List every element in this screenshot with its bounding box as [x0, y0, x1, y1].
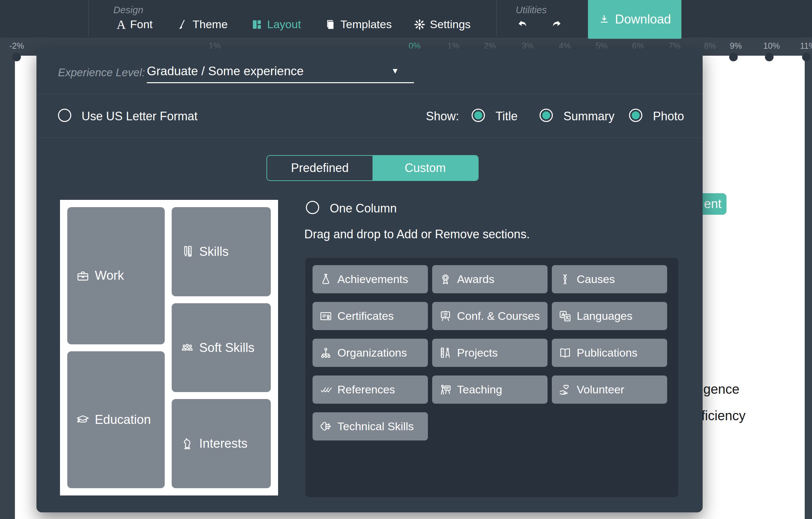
sections-panel: Achievements Awards Causes Certificates … [305, 258, 678, 497]
design-group-label: Design [113, 5, 143, 16]
section-button-label: Languages [577, 310, 632, 322]
drag-drop-hint: Drag and drop to Add or Remove sections. [304, 227, 530, 241]
section-button-languages[interactable]: Languages [552, 302, 667, 330]
redo-button[interactable] [549, 19, 563, 32]
ruler-label-dim: 8% [704, 41, 716, 51]
brush-icon [176, 19, 188, 30]
section-button-label: Projects [457, 346, 498, 359]
preview-left-column: Work Education [67, 207, 165, 488]
show-summary-radio[interactable] [540, 109, 553, 122]
layout-preview-panel: Work Education Skills Soft Skills [60, 200, 278, 495]
preview-tile-skills[interactable]: Skills [172, 207, 271, 296]
section-button-causes[interactable]: Causes [552, 265, 667, 293]
section-button-label: Conf. & Courses [457, 310, 540, 322]
preview-tile-label: Education [95, 413, 151, 427]
section-button-label: Publications [577, 346, 637, 359]
nav-item-settings[interactable]: Settings [414, 18, 471, 31]
layout-icon [251, 19, 263, 30]
section-button-projects[interactable]: Projects [432, 339, 548, 367]
nav-item-templates[interactable]: Templates [324, 18, 392, 31]
layout-mode-tabs: Predefined Custom [266, 155, 478, 181]
show-title-label[interactable]: Title [495, 109, 518, 123]
section-button-certificates[interactable]: Certificates [313, 302, 428, 330]
section-button-label: Awards [457, 273, 494, 286]
ruler-label-right: 11% [800, 41, 812, 51]
section-button-label: Causes [577, 273, 615, 286]
show-summary-label[interactable]: Summary [563, 109, 614, 123]
section-button-label: Teaching [457, 383, 502, 396]
section-button-awards[interactable]: Awards [432, 265, 548, 293]
tab-custom[interactable]: Custom [373, 156, 478, 180]
background-accent-button-fragment[interactable]: ent [703, 193, 726, 215]
ruler-label-right: 9% [730, 41, 742, 51]
background-accent-button-label: ent [704, 197, 722, 211]
workspace-right-gutter [805, 36, 812, 519]
section-button-organizations[interactable]: Organizations [313, 339, 428, 367]
nav-divider [496, 0, 497, 36]
section-button-teaching[interactable]: Teaching [432, 375, 548, 404]
nav-item-theme[interactable]: Theme [176, 18, 228, 31]
download-label: Download [615, 12, 671, 27]
briefcase-icon [76, 269, 90, 283]
nav-item-layout[interactable]: Layout [251, 18, 301, 31]
section-button-label: References [338, 383, 395, 396]
nav-item-font[interactable]: A Font [117, 18, 153, 31]
show-photo-radio[interactable] [629, 109, 642, 122]
preview-tile-label: Skills [199, 244, 229, 259]
experience-level-label: Experience Level: [58, 66, 145, 79]
undo-icon [516, 19, 530, 32]
ruler-handle[interactable] [12, 53, 21, 61]
ruler-handle[interactable] [765, 53, 774, 61]
section-button-conf-courses[interactable]: Conf. & Courses [432, 302, 548, 330]
awareness-ribbon-icon [558, 273, 572, 286]
download-button[interactable]: Download [588, 0, 682, 39]
preview-tile-work[interactable]: Work [67, 207, 165, 344]
people-icon [180, 341, 194, 355]
ruler-handle[interactable] [729, 53, 738, 61]
graduation-cap-icon [76, 413, 90, 427]
tab-predefined[interactable]: Predefined [267, 156, 373, 180]
us-letter-radio[interactable] [58, 109, 71, 122]
one-column-label[interactable]: One Column [330, 202, 397, 215]
nav-item-label: Font [130, 18, 152, 31]
show-title-radio[interactable] [472, 109, 485, 122]
section-button-label: Organizations [338, 346, 407, 359]
ruler-compass-icon [439, 346, 452, 359]
us-letter-label[interactable]: Use US Letter Format [82, 109, 198, 123]
preview-tile-label: Interests [199, 436, 248, 451]
certificate-icon [319, 310, 332, 323]
redo-icon [549, 19, 563, 32]
top-navbar: Design A Font Theme Layout Templates Set… [0, 0, 812, 36]
experience-level-value: Graduate / Some experience [147, 64, 303, 78]
show-photo-label[interactable]: Photo [653, 109, 684, 123]
undo-button[interactable] [516, 19, 530, 32]
section-button-achievements[interactable]: Achievements [313, 265, 428, 293]
ruler-label-left: -2% [9, 41, 24, 51]
nav-item-label: Layout [267, 18, 301, 31]
section-button-publications[interactable]: Publications [552, 339, 667, 367]
double-check-icon [319, 383, 332, 396]
select-underline [147, 82, 414, 83]
preview-tile-interests[interactable]: Interests [172, 399, 271, 488]
section-button-label: Volunteer [577, 383, 625, 396]
section-button-references[interactable]: References [313, 375, 428, 404]
circuit-brain-icon [319, 420, 332, 433]
one-column-radio[interactable] [306, 201, 319, 214]
nav-item-label: Theme [193, 18, 228, 31]
show-label: Show: [426, 109, 459, 123]
layout-settings-modal: Experience Level: Graduate / Some experi… [36, 48, 703, 512]
ruler-handle[interactable] [802, 53, 811, 61]
presentation-board-icon [439, 310, 452, 323]
preview-tile-education[interactable]: Education [67, 351, 165, 489]
preview-tile-label: Soft Skills [199, 341, 255, 355]
divider [36, 138, 703, 138]
section-button-volunteer[interactable]: Volunteer [552, 375, 667, 404]
utilities-group-label: Utilities [516, 5, 547, 16]
font-icon: A [117, 19, 126, 30]
experience-level-select[interactable]: Graduate / Some experience ▼ [147, 63, 414, 84]
preview-right-column: Skills Soft Skills Interests [172, 207, 271, 488]
chess-knight-icon [180, 437, 194, 451]
preview-tile-soft-skills[interactable]: Soft Skills [172, 303, 271, 393]
templates-icon [324, 19, 336, 30]
section-button-technical-skills[interactable]: Technical Skills [313, 412, 428, 440]
